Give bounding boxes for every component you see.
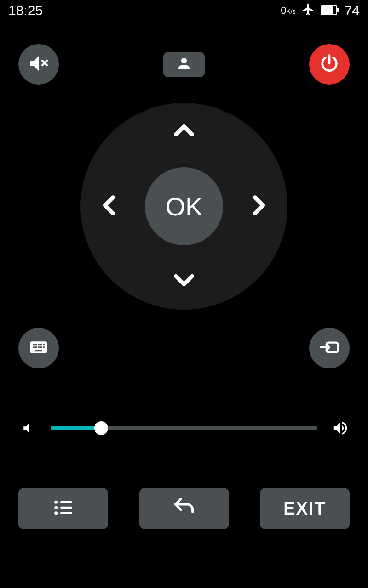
status-speed: 0 K/s xyxy=(281,5,295,17)
svg-rect-8 xyxy=(60,507,72,509)
status-bar: 18:25 0 K/s 74 xyxy=(0,0,368,21)
back-button[interactable] xyxy=(139,488,229,529)
dpad-down-button[interactable] xyxy=(166,263,202,300)
profile-button[interactable] xyxy=(163,52,205,77)
back-arrow-icon xyxy=(171,495,197,522)
chevron-down-icon xyxy=(168,264,200,298)
exit-label: EXIT xyxy=(283,499,326,519)
svg-rect-2 xyxy=(337,8,339,12)
volume-low-icon xyxy=(18,419,37,437)
menu-list-icon xyxy=(51,495,76,522)
svg-point-6 xyxy=(54,511,58,514)
svg-point-5 xyxy=(54,506,58,509)
mute-button[interactable] xyxy=(18,44,59,85)
exit-button[interactable]: EXIT xyxy=(260,488,350,529)
svg-rect-1 xyxy=(322,6,333,14)
volume-slider[interactable] xyxy=(51,426,317,430)
mid-row xyxy=(0,310,368,368)
dpad: OK xyxy=(80,103,288,310)
mute-icon xyxy=(28,52,50,76)
dpad-left-button[interactable] xyxy=(91,188,127,225)
volume-high-icon xyxy=(331,419,350,437)
chevron-left-icon xyxy=(93,189,125,223)
volume-slider-thumb[interactable] xyxy=(94,421,108,435)
input-source-icon xyxy=(318,336,341,361)
chevron-right-icon xyxy=(243,189,275,223)
power-icon xyxy=(319,53,340,76)
dpad-up-button[interactable] xyxy=(166,113,202,150)
keyboard-icon xyxy=(29,337,49,359)
power-button[interactable] xyxy=(309,44,350,85)
status-time: 18:25 xyxy=(8,3,43,18)
svg-rect-9 xyxy=(60,512,72,514)
ok-label: OK xyxy=(166,192,203,221)
top-row xyxy=(0,21,368,85)
profile-icon xyxy=(176,55,192,74)
menu-button[interactable] xyxy=(18,488,108,529)
volume-slider-fill xyxy=(51,426,101,430)
input-source-button[interactable] xyxy=(309,328,350,368)
airplane-icon xyxy=(301,2,315,19)
bottom-row: EXIT xyxy=(0,437,368,529)
volume-row xyxy=(0,368,368,437)
chevron-up-icon xyxy=(168,114,200,148)
keyboard-button[interactable] xyxy=(18,328,59,368)
status-battery: 74 xyxy=(345,3,360,18)
svg-rect-7 xyxy=(60,501,72,503)
dpad-right-button[interactable] xyxy=(241,188,277,225)
status-right: 0 K/s 74 xyxy=(281,2,360,19)
battery-icon xyxy=(321,3,339,18)
svg-point-4 xyxy=(54,501,58,504)
ok-button[interactable]: OK xyxy=(145,167,223,245)
